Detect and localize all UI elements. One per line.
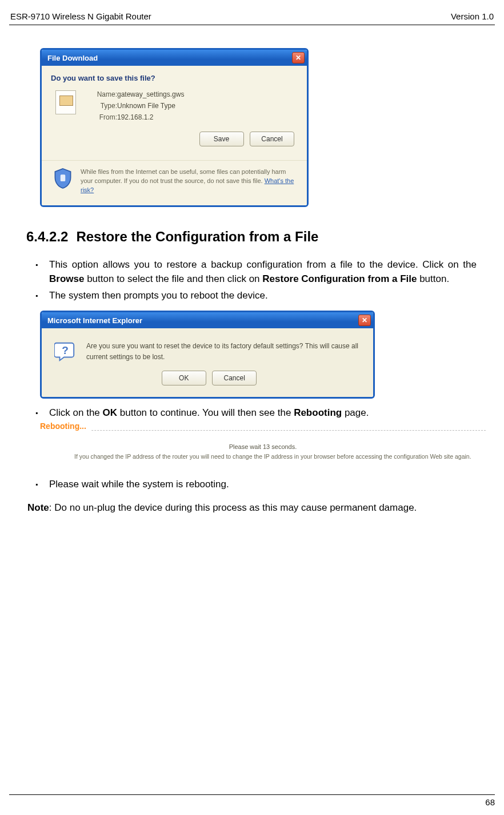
file-download-title: File Download bbox=[47, 54, 98, 62]
file-download-titlebar: File Download ✕ bbox=[42, 50, 307, 66]
rebooting-note: If you changed the IP address of the rou… bbox=[40, 452, 486, 464]
ok-button[interactable]: OK bbox=[162, 371, 206, 385]
cancel-button[interactable]: Cancel bbox=[250, 132, 294, 146]
close-icon[interactable]: ✕ bbox=[358, 315, 371, 326]
file-type-icon bbox=[55, 90, 76, 114]
svg-rect-0 bbox=[61, 174, 66, 181]
file-download-dialog: File Download ✕ Do you want to save this… bbox=[40, 48, 309, 207]
ie-dialog-message: Are you sure you want to reset the devic… bbox=[86, 341, 361, 363]
list-item: This option allows you to restore a back… bbox=[49, 257, 477, 286]
ie-titlebar: Microsoft Internet Explorer ✕ bbox=[42, 312, 373, 328]
value-name: gateway_settings.gws bbox=[117, 90, 184, 98]
file-download-question: Do you want to save this file? bbox=[42, 66, 307, 87]
value-type: Unknown File Type bbox=[117, 102, 184, 110]
cancel-button[interactable]: Cancel bbox=[212, 371, 257, 385]
section-title: Restore the Configuration from a File bbox=[76, 229, 318, 244]
list-item: Please wait while the system is rebootin… bbox=[49, 477, 477, 491]
rebooting-wait: Please wait 13 seconds. bbox=[40, 443, 486, 450]
rebooting-title: Rebooting... bbox=[40, 422, 91, 431]
label-name: Name: bbox=[85, 90, 117, 98]
shield-icon bbox=[53, 168, 73, 189]
save-button[interactable]: Save bbox=[199, 132, 244, 146]
damage-note: Note: Do no un-plug the device during th… bbox=[26, 499, 478, 515]
ie-confirm-dialog: Microsoft Internet Explorer ✕ ? Are you … bbox=[40, 311, 375, 399]
question-mark-icon: ? bbox=[54, 341, 76, 363]
section-number: 6.4.2.2 bbox=[26, 229, 68, 244]
rebooting-panel: Rebooting... Please wait 13 seconds. If … bbox=[40, 430, 486, 464]
label-type: Type: bbox=[85, 102, 117, 110]
ie-dialog-title: Microsoft Internet Explorer bbox=[47, 316, 142, 325]
file-download-warning: While files from the Internet can be use… bbox=[81, 168, 297, 195]
doc-title-left: ESR-9710 Wireless N Gigabit Router bbox=[10, 11, 151, 21]
list-item: Click on the OK button to continue. You … bbox=[49, 405, 477, 420]
value-from: 192.168.1.2 bbox=[117, 113, 184, 121]
svg-text:?: ? bbox=[62, 344, 69, 356]
doc-title-right: Version 1.0 bbox=[451, 11, 494, 21]
list-item: The system then prompts you to reboot th… bbox=[49, 288, 477, 303]
section-heading: 6.4.2.2Restore the Configuration from a … bbox=[26, 229, 478, 245]
close-icon[interactable]: ✕ bbox=[292, 52, 305, 63]
label-from: From: bbox=[85, 113, 117, 121]
page-number: 68 bbox=[9, 795, 495, 807]
